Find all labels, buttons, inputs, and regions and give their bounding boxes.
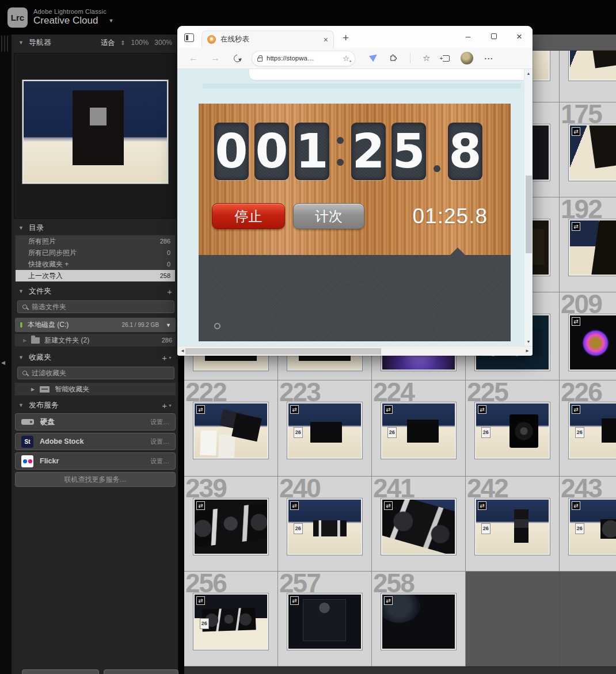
sync-badge-icon[interactable]: ⇄	[196, 501, 205, 510]
photo-thumbnail-gpu-low[interactable]: ⇄26	[569, 498, 616, 555]
photo-thumbnail-motherboard-flat[interactable]: ⇄	[569, 51, 616, 81]
folder-expand-icon[interactable]: ▶	[23, 338, 26, 343]
window-maximize-button[interactable]	[488, 31, 500, 41]
photo-thumbnail-psu-wide[interactable]: ⇄26	[569, 402, 616, 459]
catalog-item-0[interactable]: 所有照片286	[16, 235, 175, 247]
folders-header[interactable]: ▼ 文件夹 +	[12, 285, 178, 298]
disclosure-triangle-icon[interactable]: ▼	[18, 402, 24, 408]
photo-grid-cell[interactable]: ⇄	[560, 51, 616, 102]
navigator-preview[interactable]	[14, 53, 176, 219]
scroll-up-arrow-icon[interactable]: ▲	[524, 71, 533, 75]
photo-thumbnail-rgb-build[interactable]: ⇄	[569, 314, 616, 371]
sync-badge-icon[interactable]: ⇄	[572, 317, 580, 326]
sync-badge-icon[interactable]: ⇄	[478, 405, 486, 414]
horizontal-scroll-thumb[interactable]	[185, 348, 381, 355]
browser-back-button[interactable]: ←	[189, 53, 198, 63]
updown-arrows-icon[interactable]: ⇕	[120, 40, 125, 46]
chevron-down-icon[interactable]: ▼	[108, 18, 113, 24]
photo-grid-cell[interactable]: 209⇄	[560, 292, 616, 380]
publish-service-0[interactable]: 硬盘设置…	[15, 413, 176, 431]
photo-grid-cell[interactable]: 226⇄26	[560, 380, 616, 477]
scroll-down-arrow-icon[interactable]: ▼	[524, 340, 533, 344]
zoom-fit-option[interactable]: 适合	[101, 38, 115, 48]
disclosure-triangle-icon[interactable]: ▼	[18, 288, 24, 294]
disclosure-triangle-icon[interactable]: ▼	[18, 40, 24, 45]
browser-forward-button[interactable]: →	[211, 53, 220, 63]
find-more-services-button[interactable]: 联机查找更多服务…	[15, 472, 176, 487]
collections-header[interactable]: ▼ 收藏夹 + ▼	[12, 351, 178, 364]
catalog-item-1[interactable]: 所有已同步照片0	[16, 247, 175, 258]
tab-close-icon[interactable]: ×	[324, 35, 328, 44]
sync-badge-icon[interactable]: ⇄	[572, 501, 580, 510]
photo-grid-cell[interactable]: 240⇄26	[278, 477, 372, 572]
local-disk-row[interactable]: 本地磁盘 (C:) 26.1 / 99.2 GB ▼	[15, 318, 176, 332]
sync-badge-icon[interactable]: ⇄	[384, 501, 393, 510]
photo-grid-cell[interactable]: 242⇄26	[466, 477, 560, 572]
smart-collections-row[interactable]: ▶ 智能收藏夹	[15, 383, 176, 395]
sync-badge-icon[interactable]: ⇄	[384, 405, 393, 414]
sync-badge-icon[interactable]: ⇄	[478, 501, 486, 510]
publish-service-settings-link[interactable]: 设置…	[150, 418, 169, 427]
disk-expand-icon[interactable]: ▼	[166, 322, 171, 328]
photo-thumbnail-gpu-leaning[interactable]: ⇄26	[193, 593, 268, 650]
photo-thumbnail-unboxing[interactable]: ⇄	[193, 402, 268, 459]
scroll-left-arrow-icon[interactable]: ◄	[180, 348, 185, 353]
favorites-icon[interactable]: ☆	[423, 53, 430, 63]
catalog-header[interactable]: ▼ 目录	[12, 222, 178, 234]
zoom-100-option[interactable]: 100%	[131, 39, 149, 47]
photo-thumbnail-gpu-on-table[interactable]: ⇄26	[287, 498, 362, 555]
stopwatch-lap-button[interactable]: 计次	[293, 203, 364, 229]
catalog-item-3[interactable]: 上一次导入258	[16, 270, 175, 281]
window-minimize-button[interactable]: –	[462, 31, 474, 41]
photo-grid-cell[interactable]: 224⇄26	[372, 380, 466, 477]
vertical-scroll-thumb[interactable]	[526, 176, 532, 253]
sync-badge-icon[interactable]: ⇄	[572, 405, 580, 414]
publish-service-settings-link[interactable]: 设置…	[150, 457, 169, 466]
photo-grid-cell[interactable]: 222⇄	[184, 380, 278, 477]
collapse-panel-arrow-icon[interactable]: ◀	[1, 360, 5, 365]
page-horizontal-scrollbar[interactable]: ◄ ►	[177, 346, 533, 356]
browser-refresh-button[interactable]	[232, 53, 242, 63]
filter-folders-input[interactable]: 筛选文件夹	[17, 300, 174, 313]
tab-actions-icon[interactable]	[184, 33, 194, 42]
sync-badge-icon[interactable]: ⇄	[196, 405, 205, 414]
photo-grid-cell[interactable]: 256⇄26	[184, 572, 278, 667]
photo-grid-cell[interactable]: 175⇄	[560, 102, 616, 197]
filter-collections-input[interactable]: 过滤收藏夹	[17, 367, 174, 379]
scroll-right-arrow-icon[interactable]: ►	[525, 348, 530, 353]
sync-badge-icon[interactable]: ⇄	[290, 405, 299, 414]
stopwatch-stop-button[interactable]: 停止	[212, 203, 285, 229]
smart-collections-expand-icon[interactable]: ▶	[31, 387, 35, 392]
photo-thumbnail-psu-msi[interactable]: ⇄26	[287, 402, 362, 459]
photo-thumbnail-gpu-diagonal[interactable]: ⇄	[381, 498, 456, 555]
address-bar[interactable]: https://stopwa… ☆	[252, 51, 355, 66]
photo-thumbnail-case-closeup[interactable]: ⇄	[381, 593, 456, 650]
photo-grid-cell[interactable]: 241⇄	[372, 477, 466, 572]
sync-badge-icon[interactable]: ⇄	[196, 596, 205, 605]
photo-thumbnail-motherboard-closeup[interactable]: ⇄	[569, 219, 616, 276]
photo-thumbnail-cooler-fan[interactable]: ⇄26	[475, 402, 550, 459]
sync-badge-icon[interactable]: ⇄	[572, 222, 580, 231]
photo-thumbnail-case-interior[interactable]: ⇄	[287, 593, 362, 650]
navigator-header[interactable]: ▼ 导航器 适合 ⇕ 100% 300%	[12, 36, 178, 49]
publish-service-2[interactable]: Flickr设置…	[15, 452, 176, 470]
disclosure-triangle-icon[interactable]: ▼	[18, 225, 24, 231]
photo-grid-cell[interactable]: 243⇄26	[560, 477, 616, 572]
catalog-item-2[interactable]: 快捷收藏夹 +0	[16, 258, 175, 270]
browser-menu-icon[interactable]: ···	[484, 54, 493, 63]
disclosure-triangle-icon[interactable]: ▼	[18, 355, 24, 360]
sync-badge-icon[interactable]: ⇄	[572, 127, 580, 136]
photo-grid-cell[interactable]: 192⇄	[560, 197, 616, 292]
add-favorite-star-icon[interactable]: ☆	[343, 54, 349, 63]
window-close-button[interactable]: ×	[514, 31, 525, 43]
photo-thumbnail-gpu-closeup[interactable]: ⇄	[193, 498, 268, 555]
extension-icon[interactable]	[369, 55, 377, 62]
photo-thumbnail-psu-black[interactable]: ⇄26	[381, 402, 456, 459]
zoom-300-option[interactable]: 300%	[154, 39, 172, 47]
photo-grid-cell[interactable]: 223⇄26	[278, 380, 372, 477]
browser-tab[interactable]: 在线秒表 ×	[201, 31, 334, 48]
photo-grid-cell[interactable]: 258⇄	[372, 572, 466, 667]
sync-badge-icon[interactable]: ⇄	[290, 596, 299, 605]
publish-service-1[interactable]: StAdobe Stock设置…	[15, 433, 176, 450]
publish-service-settings-link[interactable]: 设置…	[150, 437, 169, 446]
